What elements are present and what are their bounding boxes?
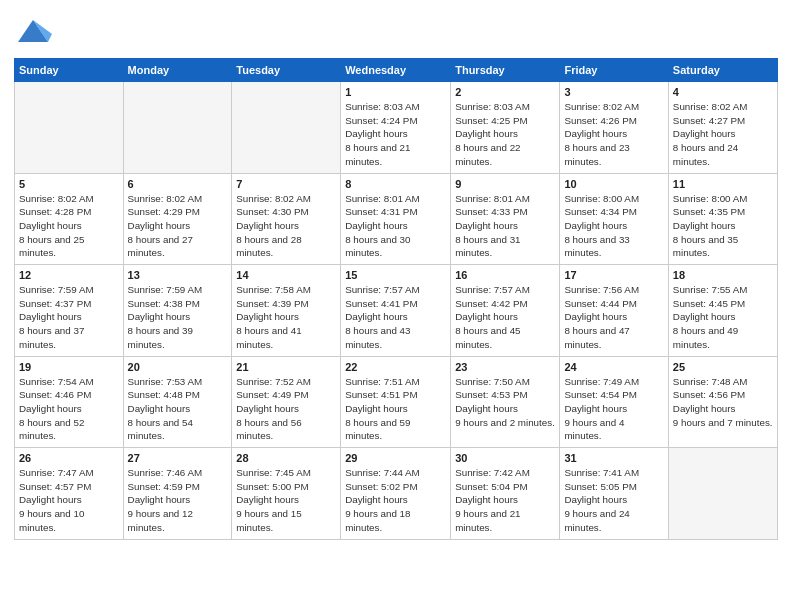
day-info: Sunrise: 8:01 AMSunset: 4:33 PMDaylight … <box>455 192 555 261</box>
day-number: 17 <box>564 269 663 281</box>
day-number: 26 <box>19 452 119 464</box>
weekday-header-thursday: Thursday <box>451 59 560 82</box>
day-number: 12 <box>19 269 119 281</box>
calendar-week-row: 1Sunrise: 8:03 AMSunset: 4:24 PMDaylight… <box>15 82 778 174</box>
calendar-day-cell: 23Sunrise: 7:50 AMSunset: 4:53 PMDayligh… <box>451 356 560 448</box>
calendar-day-cell: 9Sunrise: 8:01 AMSunset: 4:33 PMDaylight… <box>451 173 560 265</box>
header <box>14 10 778 52</box>
day-info: Sunrise: 7:58 AMSunset: 4:39 PMDaylight … <box>236 283 336 352</box>
day-info: Sunrise: 7:51 AMSunset: 4:51 PMDaylight … <box>345 375 446 444</box>
calendar-day-cell: 4Sunrise: 8:02 AMSunset: 4:27 PMDaylight… <box>668 82 777 174</box>
day-info: Sunrise: 7:44 AMSunset: 5:02 PMDaylight … <box>345 466 446 535</box>
calendar-day-cell <box>232 82 341 174</box>
weekday-header-row: SundayMondayTuesdayWednesdayThursdayFrid… <box>15 59 778 82</box>
day-info: Sunrise: 8:03 AMSunset: 4:25 PMDaylight … <box>455 100 555 169</box>
day-info: Sunrise: 7:57 AMSunset: 4:41 PMDaylight … <box>345 283 446 352</box>
day-number: 3 <box>564 86 663 98</box>
day-number: 13 <box>128 269 228 281</box>
day-number: 11 <box>673 178 773 190</box>
calendar-day-cell: 15Sunrise: 7:57 AMSunset: 4:41 PMDayligh… <box>341 265 451 357</box>
day-info: Sunrise: 7:41 AMSunset: 5:05 PMDaylight … <box>564 466 663 535</box>
day-info: Sunrise: 8:02 AMSunset: 4:29 PMDaylight … <box>128 192 228 261</box>
weekday-header-sunday: Sunday <box>15 59 124 82</box>
day-number: 23 <box>455 361 555 373</box>
calendar-day-cell: 3Sunrise: 8:02 AMSunset: 4:26 PMDaylight… <box>560 82 668 174</box>
day-info: Sunrise: 7:50 AMSunset: 4:53 PMDaylight … <box>455 375 555 430</box>
day-info: Sunrise: 8:00 AMSunset: 4:35 PMDaylight … <box>673 192 773 261</box>
day-info: Sunrise: 7:47 AMSunset: 4:57 PMDaylight … <box>19 466 119 535</box>
day-info: Sunrise: 7:48 AMSunset: 4:56 PMDaylight … <box>673 375 773 430</box>
calendar-day-cell <box>668 448 777 540</box>
weekday-header-monday: Monday <box>123 59 232 82</box>
calendar-day-cell: 21Sunrise: 7:52 AMSunset: 4:49 PMDayligh… <box>232 356 341 448</box>
day-number: 27 <box>128 452 228 464</box>
day-number: 7 <box>236 178 336 190</box>
weekday-header-friday: Friday <box>560 59 668 82</box>
calendar-day-cell: 17Sunrise: 7:56 AMSunset: 4:44 PMDayligh… <box>560 265 668 357</box>
day-info: Sunrise: 7:52 AMSunset: 4:49 PMDaylight … <box>236 375 336 444</box>
calendar-day-cell: 30Sunrise: 7:42 AMSunset: 5:04 PMDayligh… <box>451 448 560 540</box>
day-number: 19 <box>19 361 119 373</box>
calendar-day-cell: 13Sunrise: 7:59 AMSunset: 4:38 PMDayligh… <box>123 265 232 357</box>
calendar-day-cell: 18Sunrise: 7:55 AMSunset: 4:45 PMDayligh… <box>668 265 777 357</box>
calendar-table: SundayMondayTuesdayWednesdayThursdayFrid… <box>14 58 778 540</box>
day-number: 15 <box>345 269 446 281</box>
calendar-day-cell: 7Sunrise: 8:02 AMSunset: 4:30 PMDaylight… <box>232 173 341 265</box>
calendar-page: SundayMondayTuesdayWednesdayThursdayFrid… <box>0 0 792 612</box>
day-info: Sunrise: 7:46 AMSunset: 4:59 PMDaylight … <box>128 466 228 535</box>
calendar-day-cell: 2Sunrise: 8:03 AMSunset: 4:25 PMDaylight… <box>451 82 560 174</box>
calendar-day-cell: 11Sunrise: 8:00 AMSunset: 4:35 PMDayligh… <box>668 173 777 265</box>
day-info: Sunrise: 8:02 AMSunset: 4:30 PMDaylight … <box>236 192 336 261</box>
calendar-day-cell: 29Sunrise: 7:44 AMSunset: 5:02 PMDayligh… <box>341 448 451 540</box>
day-info: Sunrise: 7:55 AMSunset: 4:45 PMDaylight … <box>673 283 773 352</box>
calendar-day-cell: 10Sunrise: 8:00 AMSunset: 4:34 PMDayligh… <box>560 173 668 265</box>
day-info: Sunrise: 8:02 AMSunset: 4:26 PMDaylight … <box>564 100 663 169</box>
day-number: 9 <box>455 178 555 190</box>
calendar-week-row: 5Sunrise: 8:02 AMSunset: 4:28 PMDaylight… <box>15 173 778 265</box>
day-number: 1 <box>345 86 446 98</box>
day-number: 2 <box>455 86 555 98</box>
calendar-day-cell: 8Sunrise: 8:01 AMSunset: 4:31 PMDaylight… <box>341 173 451 265</box>
calendar-day-cell: 31Sunrise: 7:41 AMSunset: 5:05 PMDayligh… <box>560 448 668 540</box>
day-number: 5 <box>19 178 119 190</box>
day-info: Sunrise: 7:56 AMSunset: 4:44 PMDaylight … <box>564 283 663 352</box>
day-number: 10 <box>564 178 663 190</box>
day-number: 25 <box>673 361 773 373</box>
calendar-day-cell: 12Sunrise: 7:59 AMSunset: 4:37 PMDayligh… <box>15 265 124 357</box>
calendar-day-cell <box>15 82 124 174</box>
calendar-day-cell: 24Sunrise: 7:49 AMSunset: 4:54 PMDayligh… <box>560 356 668 448</box>
logo-icon <box>14 14 52 52</box>
day-number: 16 <box>455 269 555 281</box>
logo <box>14 14 56 52</box>
calendar-day-cell: 14Sunrise: 7:58 AMSunset: 4:39 PMDayligh… <box>232 265 341 357</box>
weekday-header-wednesday: Wednesday <box>341 59 451 82</box>
calendar-week-row: 12Sunrise: 7:59 AMSunset: 4:37 PMDayligh… <box>15 265 778 357</box>
day-info: Sunrise: 7:49 AMSunset: 4:54 PMDaylight … <box>564 375 663 444</box>
calendar-week-row: 19Sunrise: 7:54 AMSunset: 4:46 PMDayligh… <box>15 356 778 448</box>
calendar-day-cell: 5Sunrise: 8:02 AMSunset: 4:28 PMDaylight… <box>15 173 124 265</box>
day-info: Sunrise: 7:59 AMSunset: 4:38 PMDaylight … <box>128 283 228 352</box>
calendar-day-cell: 25Sunrise: 7:48 AMSunset: 4:56 PMDayligh… <box>668 356 777 448</box>
day-number: 6 <box>128 178 228 190</box>
day-number: 30 <box>455 452 555 464</box>
calendar-day-cell: 1Sunrise: 8:03 AMSunset: 4:24 PMDaylight… <box>341 82 451 174</box>
day-info: Sunrise: 8:02 AMSunset: 4:28 PMDaylight … <box>19 192 119 261</box>
day-number: 21 <box>236 361 336 373</box>
day-number: 22 <box>345 361 446 373</box>
day-number: 4 <box>673 86 773 98</box>
day-info: Sunrise: 8:03 AMSunset: 4:24 PMDaylight … <box>345 100 446 169</box>
calendar-day-cell: 26Sunrise: 7:47 AMSunset: 4:57 PMDayligh… <box>15 448 124 540</box>
calendar-day-cell: 6Sunrise: 8:02 AMSunset: 4:29 PMDaylight… <box>123 173 232 265</box>
calendar-day-cell: 19Sunrise: 7:54 AMSunset: 4:46 PMDayligh… <box>15 356 124 448</box>
day-number: 8 <box>345 178 446 190</box>
calendar-day-cell: 22Sunrise: 7:51 AMSunset: 4:51 PMDayligh… <box>341 356 451 448</box>
calendar-day-cell: 27Sunrise: 7:46 AMSunset: 4:59 PMDayligh… <box>123 448 232 540</box>
day-number: 31 <box>564 452 663 464</box>
day-number: 20 <box>128 361 228 373</box>
day-info: Sunrise: 7:42 AMSunset: 5:04 PMDaylight … <box>455 466 555 535</box>
day-info: Sunrise: 7:45 AMSunset: 5:00 PMDaylight … <box>236 466 336 535</box>
calendar-day-cell: 16Sunrise: 7:57 AMSunset: 4:42 PMDayligh… <box>451 265 560 357</box>
weekday-header-tuesday: Tuesday <box>232 59 341 82</box>
day-info: Sunrise: 7:53 AMSunset: 4:48 PMDaylight … <box>128 375 228 444</box>
day-number: 24 <box>564 361 663 373</box>
